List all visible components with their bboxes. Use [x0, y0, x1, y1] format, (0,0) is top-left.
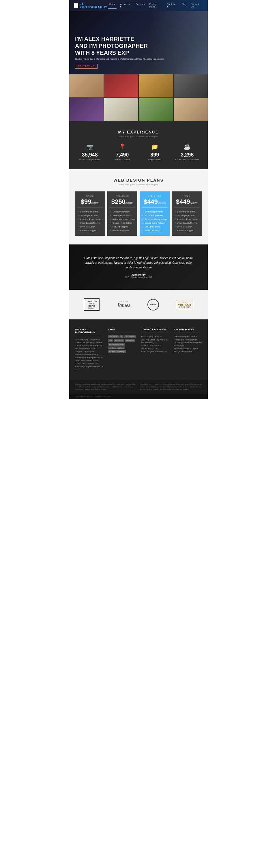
svg-point-1 [76, 5, 77, 6]
gallery-item[interactable] [174, 98, 208, 121]
post-link[interactable]: The Photographers' Gallery [174, 335, 202, 338]
tag-item[interactable]: wordpress templates [108, 346, 125, 349]
feature-item: ✓700 images per event [142, 214, 167, 217]
tags-container: any website art lots template php respon… [108, 335, 136, 353]
logo: LT PHOTOGRAPHY [74, 2, 108, 9]
tag-item[interactable]: any website [108, 335, 118, 338]
svg-rect-2 [75, 4, 76, 5]
post-link[interactable]: Professional Photographers [174, 338, 202, 341]
feature-item: ✓Phone Call Support [174, 228, 200, 232]
feature-item: ✓As fast as 4 business days [110, 217, 135, 221]
feature-item: ✓Phone Call Support [110, 228, 135, 232]
testimonial-section: Cras justo odio, dapibus ac facilisis in… [69, 244, 208, 290]
feature-item: ✓Live Chat Support [110, 225, 135, 228]
feature-item: ✓1 Wedding per month [110, 210, 135, 214]
post-link[interactable]: 5 Buddhist Quotes to Get you through a R… [174, 347, 202, 353]
gallery-item[interactable] [104, 74, 138, 97]
footer-about: About LT Photography LT Photography is r… [75, 328, 103, 371]
plan-unlimited: UNLIMITED $449/MONTH ✓1 Wedding per mont… [140, 191, 170, 236]
gallery-item[interactable] [139, 74, 173, 97]
feature-item: ✓Live Chat Support [142, 225, 167, 228]
plan-basic: BASIC $99/MONTH ✓1 Wedding per month ✓70… [75, 191, 105, 236]
plan-features: ✓1 Wedding per month ✓700 images per eve… [142, 210, 167, 232]
experience-title: MY EXPERIENCE [75, 130, 202, 134]
feature-item: ✓Unused events Rollover [77, 221, 103, 225]
stats-grid: 📷 35,948 Photos taken per a year 📍 7,490… [75, 143, 202, 161]
hero-cta-button[interactable]: CONTACT ME [75, 64, 98, 69]
testimonial-role: CEO of Online Marketing MAT [78, 276, 199, 278]
tag-item[interactable]: wordpress web design [108, 350, 126, 353]
footer-tags: Tags any website art lots template php r… [108, 328, 136, 371]
logo-james: THE REAL James [117, 301, 131, 308]
feature-item: ✓Live Chat Support [174, 225, 200, 228]
hero-subtitle: Sharing content that is interesting and … [75, 58, 164, 60]
hero-title: I'M ALEX HARRIETTE AND I'M PHOTOGRAPHER … [75, 35, 164, 56]
hero-content: I'M ALEX HARRIETTE AND I'M PHOTOGRAPHER … [75, 35, 164, 69]
stat-places: 📍 7,490 Places to visited [108, 143, 137, 161]
logos-section: CREATIVE IN THE CORE COMPANY THE REAL Ja… [69, 290, 208, 319]
gallery-item[interactable] [69, 98, 104, 121]
nav-portfolio[interactable]: Portfolio ▾ [166, 2, 178, 9]
tag-item[interactable]: responsive [114, 339, 124, 342]
testimonial-author: Jonh Henry [78, 273, 199, 276]
feature-item: ✓As fast as 4 business days [174, 217, 200, 221]
plan-free: FREE $449/MONTH ✓1 Wedding per month ✓70… [172, 191, 202, 236]
gallery-item[interactable] [174, 74, 208, 97]
feature-item: ✓700 images per event [174, 214, 200, 217]
feature-item: ✓700 images per event [77, 214, 103, 217]
feature-item: ✓1 Wedding per month [142, 210, 167, 214]
nav-pricing[interactable]: Pricing Plans [148, 2, 164, 9]
nav-about[interactable]: About Us ▾ [119, 2, 132, 9]
feature-item: ✓As fast as 4 business days [142, 217, 167, 221]
hero-section: I'M ALEX HARRIETTE AND I'M PHOTOGRAPHER … [69, 11, 208, 74]
plan-rollover: ROLLOVER $250/MONTH ✓1 Wedding per month… [107, 191, 137, 236]
pricing-title: WEB DESIGN PLANS [75, 178, 202, 183]
feature-item: ✓1 Wedding per month [77, 210, 103, 214]
experience-subtitle: Nemo enim ipsam voluptatem quia voluptas [75, 135, 202, 137]
feature-item: ✓Live Chat Support [77, 225, 103, 228]
coffee-icon: ☕ [172, 143, 202, 150]
tag-item[interactable]: art [119, 335, 123, 338]
gallery [69, 74, 208, 121]
feature-item: ✓As fast as 4 business days [77, 217, 103, 221]
feature-item: ✓700 images per event [110, 214, 135, 217]
footer-bottom: The Wordpress name is used under a limit… [69, 380, 208, 394]
footer-bottom-bar: Designed by LTheme.com | Powered by Word… [69, 394, 208, 399]
plan-features: ✓1 Wedding per month ✓700 images per eve… [110, 210, 135, 232]
feature-item: ✓Unused events Rollover [142, 221, 167, 225]
camera-icon: 📷 [75, 143, 105, 150]
logo-vintage: USA VINTAGE SINCE 1954 [176, 300, 193, 309]
pricing-section: WEB DESIGN PLANS Nemo enim ipsam volupta… [69, 169, 208, 244]
pricing-subtitle: Nemo enim ipsam voluptatem quia voluptas [75, 184, 202, 186]
navbar: LT PHOTOGRAPHY Home About Us ▾ Services … [69, 0, 208, 11]
feature-item: ✓1 Wedding per month [174, 210, 200, 214]
feature-item: ✓Unused events Rollover [174, 221, 200, 225]
nav-links: Home About Us ▾ Services Pricing Plans P… [108, 2, 203, 9]
nav-blog[interactable]: Blog [181, 2, 187, 9]
footer-contact: Contact Address Your Company Name JSC 13… [141, 328, 169, 371]
post-link[interactable]: Let start your creative design with Phot… [174, 341, 202, 347]
footer: About LT Photography LT Photography is r… [69, 319, 208, 380]
gallery-item[interactable] [69, 74, 104, 97]
stat-photos: 📷 35,948 Photos taken per a year [75, 143, 105, 161]
tag-item[interactable]: Wordpress Template [108, 343, 124, 346]
nav-contact[interactable]: Contact Us [190, 2, 203, 9]
logo-creative: CREATIVE IN THE CORE COMPANY [84, 298, 100, 311]
nav-services[interactable]: Services [135, 2, 146, 9]
plans-grid: BASIC $99/MONTH ✓1 Wedding per month ✓70… [75, 191, 202, 236]
plan-features: ✓1 Wedding per month ✓700 images per eve… [77, 210, 103, 232]
tag-item[interactable]: web design [124, 339, 135, 342]
tag-item[interactable]: php [108, 339, 113, 342]
logo-shine: SHINE [147, 299, 159, 310]
plan-features: ✓1 Wedding per month ✓700 images per eve… [174, 210, 200, 232]
testimonial-text: Cras justo odio, dapibus ac facilisis in… [84, 256, 193, 270]
feature-item: ✓Unused events Rollover [110, 221, 135, 225]
nav-home[interactable]: Home [108, 2, 117, 9]
feature-item: ✓Phone Call Support [77, 228, 103, 232]
pin-icon: 📍 [108, 143, 137, 150]
tag-item[interactable]: lots template [124, 335, 136, 338]
gallery-item[interactable] [104, 98, 138, 121]
experience-section: MY EXPERIENCE Nemo enim ipsam voluptatem… [69, 121, 208, 169]
gallery-item[interactable] [139, 98, 173, 121]
footer-posts: Recent Posts The Photographers' Gallery … [174, 328, 202, 371]
